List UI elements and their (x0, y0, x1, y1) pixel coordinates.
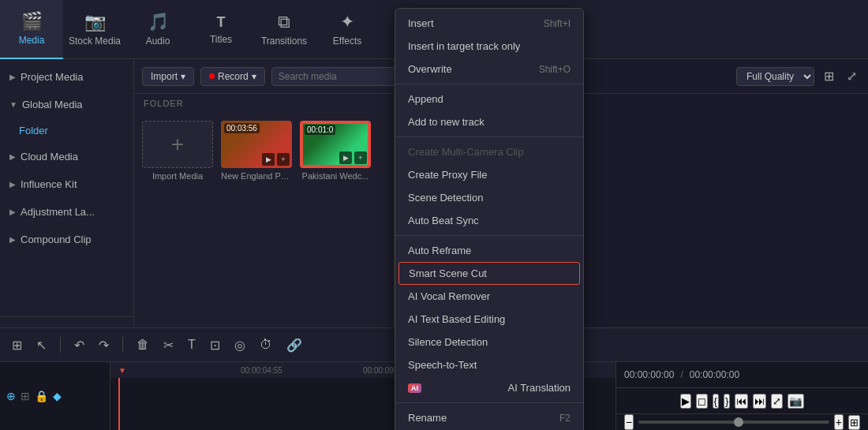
sidebar-item-adjustment[interactable]: ▶ Adjustment La... (0, 198, 133, 226)
nav-titles-label: Titles (210, 34, 232, 45)
pointer-tool[interactable]: ↖ (32, 335, 51, 355)
menu-speech-to-text[interactable]: Speech-to-Text (395, 353, 583, 376)
import-label: Import (151, 71, 178, 82)
pk-play-icon: ▶ (339, 151, 352, 164)
lock-icon[interactable]: 🔒 (35, 390, 48, 402)
expand-icon[interactable]: ⤢ (844, 67, 860, 85)
menu-separator-2 (395, 136, 583, 137)
arrow-icon-adjustment: ▶ (9, 208, 16, 216)
pk-add-icon: + (354, 151, 367, 164)
search-input[interactable] (271, 67, 404, 86)
mark-in-button[interactable]: { (713, 394, 719, 409)
link-tool[interactable]: 🔗 (282, 335, 306, 355)
play-button[interactable]: ▶ (680, 394, 691, 409)
grid-view-icon[interactable]: ⊞ (821, 67, 837, 85)
menu-insert-target[interactable]: Insert in target track only (395, 35, 583, 58)
ne-duration: 00:03:56 (224, 123, 260, 133)
media-item-pk[interactable]: 00:01:0 ▶ + Pakistani Wedc... (300, 121, 371, 181)
nav-effects[interactable]: ✦ Effects (316, 0, 379, 59)
menu-add-new-track[interactable]: Add to new track (395, 110, 583, 133)
menu-separator-3 (395, 235, 583, 236)
menu-auto-reframe-label: Auto Reframe (408, 245, 471, 256)
crop-tool[interactable]: ⊡ (206, 335, 224, 355)
plus-icon: + (171, 132, 184, 157)
sidebar-item-project-media[interactable]: ▶ Project Media (0, 63, 133, 91)
import-media-label: Import Media (142, 171, 213, 181)
media-item-ne[interactable]: 00:03:56 ▶ + New England Pa... (221, 121, 292, 181)
menu-ai-text[interactable]: AI Text Based Editing (395, 308, 583, 331)
grid-button[interactable]: ⊞ (848, 415, 860, 430)
text-tool[interactable]: T (184, 335, 200, 354)
sidebar-item-compound-clip[interactable]: ▶ Compound Clip (0, 226, 133, 253)
menu-smart-scene-cut[interactable]: Smart Scene Cut (398, 262, 580, 285)
snapshot-button[interactable]: 📷 (788, 394, 804, 409)
menu-ai-text-label: AI Text Based Editing (408, 313, 505, 325)
record-dot-icon (209, 73, 215, 79)
menu-scene-detection[interactable]: Scene Detection (395, 186, 583, 209)
record-arrow-icon: ▾ (252, 71, 256, 82)
menu-auto-reframe[interactable]: Auto Reframe (395, 239, 583, 262)
menu-rename[interactable]: Rename F2 (395, 406, 583, 429)
tool-separator-1 (60, 337, 61, 353)
prev-frame-button[interactable]: ⏮ (735, 394, 748, 409)
media-grid: + Import Media 00:03:56 ▶ + New England … (134, 113, 394, 189)
sidebar-item-folder[interactable]: Folder (0, 118, 133, 143)
menu-overwrite[interactable]: Overwrite Shift+O (395, 58, 583, 80)
menu-ai-translation[interactable]: AI AI Translation (395, 376, 583, 399)
menu-silence-detection[interactable]: Silence Detection (395, 331, 583, 353)
sidebar-label-global-media: Global Media (22, 99, 83, 110)
color-tool[interactable]: ◎ (230, 335, 249, 355)
add-track-icon[interactable]: ⊕ (6, 390, 16, 402)
scene-cut-tool[interactable]: ⊞ (8, 335, 26, 355)
link-tracks-icon[interactable]: ⊞ (21, 390, 30, 402)
sidebar-item-influence-kit[interactable]: ▶ Influence Kit (0, 170, 133, 198)
fullscreen-button[interactable]: ⤢ (771, 394, 783, 409)
context-menu: Insert Shift+I Insert in target track on… (395, 8, 584, 430)
time-separator: / (680, 369, 683, 380)
tool-separator-2 (122, 337, 123, 353)
zoom-out-button[interactable]: − (624, 414, 634, 430)
undo-button[interactable]: ↶ (70, 335, 88, 355)
import-button[interactable]: Import ▾ (142, 67, 194, 86)
ai-badge: AI (408, 383, 421, 393)
zoom-slider-thumb[interactable] (734, 417, 743, 427)
sidebar-item-global-media[interactable]: ▼ Global Media (0, 91, 133, 118)
menu-insert-label: Insert (408, 17, 434, 29)
audio-icon: 🎵 (148, 12, 169, 32)
marker-icon[interactable]: ◆ (53, 390, 62, 402)
menu-insert[interactable]: Insert Shift+I (395, 12, 583, 35)
timeline-left: ⊕ ⊞ 🔒 ◆ (0, 362, 110, 430)
ne-play-icon: ▶ (262, 153, 275, 166)
menu-auto-beat-label: Auto Beat Sync (408, 215, 479, 226)
speed-tool[interactable]: ⏱ (256, 335, 276, 354)
menu-scene-detection-label: Scene Detection (408, 192, 483, 204)
nav-transitions[interactable]: ⧉ Transitions (253, 0, 316, 59)
sidebar-label-influence-kit: Influence Kit (21, 178, 77, 190)
sidebar-item-cloud-media[interactable]: ▶ Cloud Media (0, 143, 133, 170)
mark-out-button[interactable]: } (724, 394, 730, 409)
menu-ai-vocal[interactable]: AI Vocal Remover (395, 285, 583, 308)
cut-button[interactable]: ✂ (159, 335, 178, 355)
menu-auto-beat[interactable]: Auto Beat Sync (395, 209, 583, 232)
menu-create-proxy[interactable]: Create Proxy File (395, 163, 583, 186)
delete-button[interactable]: 🗑 (133, 335, 153, 354)
record-label: Record (218, 71, 249, 82)
transport-controls: ▶ ◻ { } ⏮ ⏭ ⤢ 📷 (616, 388, 868, 414)
pk-thumb: 00:01:0 ▶ + (300, 121, 371, 168)
nav-stock-media[interactable]: 📷 Stock Media (63, 0, 126, 59)
menu-append[interactable]: Append (395, 88, 583, 110)
record-button[interactable]: Record ▾ (200, 67, 265, 86)
folder-label: FOLDER (134, 94, 394, 113)
timeline-controls: ⊕ ⊞ 🔒 ◆ (6, 390, 103, 402)
redo-button[interactable]: ↷ (95, 335, 113, 355)
quality-select[interactable]: Full Quality (736, 67, 814, 86)
nav-titles[interactable]: T Titles (189, 0, 253, 59)
next-frame-button[interactable]: ⏭ (753, 394, 766, 409)
ne-thumb: 00:03:56 ▶ + (221, 121, 292, 168)
media-item-import[interactable]: + Import Media (142, 121, 213, 181)
ruler-mark-1: 00:00:04:55 (241, 366, 363, 375)
zoom-in-button[interactable]: + (834, 414, 844, 430)
nav-media[interactable]: 🎬 Media (0, 0, 63, 59)
nav-audio[interactable]: 🎵 Audio (126, 0, 189, 59)
stop-button[interactable]: ◻ (696, 394, 708, 409)
